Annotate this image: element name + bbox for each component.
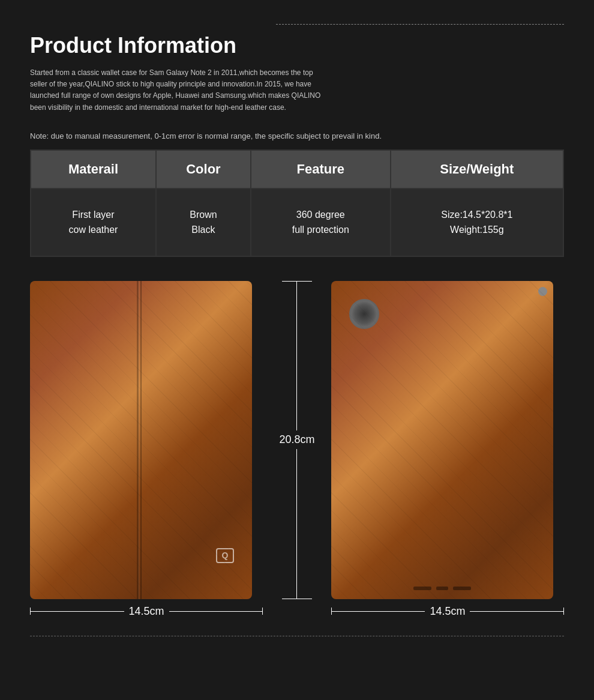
- horizontal-dimensions: 14.5cm 14.5cm: [30, 599, 564, 618]
- header-material: Materail: [31, 150, 156, 189]
- case-back-image: [331, 281, 553, 599]
- product-info-section: Product Information Started from a class…: [30, 24, 564, 113]
- value-material: First layercow leather: [31, 189, 156, 256]
- value-size-weight: Size:14.5*20.8*1Weight:155g: [391, 189, 563, 256]
- bottom-divider: [30, 636, 564, 636]
- header-size-weight: Size/Weight: [391, 150, 563, 189]
- value-feature: 360 degreefull protection: [251, 189, 391, 256]
- dimension-spacer: [263, 599, 331, 618]
- header-dashed-line: [276, 24, 564, 25]
- images-section: 20.8cm: [30, 281, 564, 599]
- specs-table: Materail Color Feature Size/Weight First…: [30, 149, 564, 257]
- left-horizontal-label: 14.5cm: [124, 605, 169, 618]
- measurement-note: Note: due to manual measurement, 0-1cm e…: [30, 131, 564, 140]
- header-color: Color: [156, 150, 251, 189]
- case-front-image: [30, 281, 252, 599]
- page-title: Product Information: [30, 33, 564, 58]
- vertical-measurement-label: 20.8cm: [279, 430, 314, 449]
- value-color: BrownBlack: [156, 189, 251, 256]
- product-description: Started from a classic wallet case for S…: [30, 67, 330, 113]
- right-dimension-block: 14.5cm: [331, 599, 564, 618]
- left-dimension-block: 14.5cm: [30, 599, 263, 618]
- right-horizontal-label: 14.5cm: [425, 605, 470, 618]
- header-feature: Feature: [251, 150, 391, 189]
- right-image-block: [331, 281, 564, 599]
- left-image-block: [30, 281, 263, 599]
- vertical-dimension-block: 20.8cm: [263, 281, 331, 599]
